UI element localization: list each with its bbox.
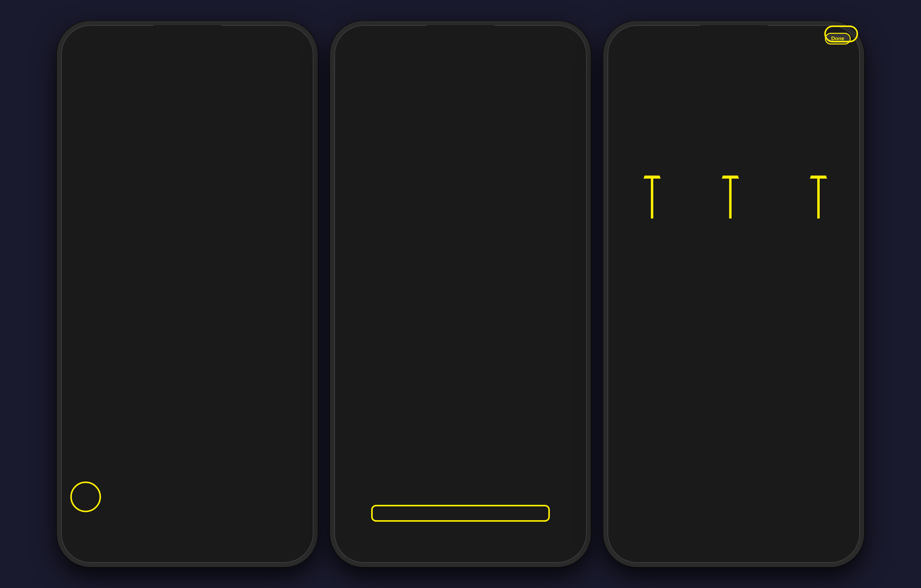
phone-dock-delete[interactable]: − — [473, 522, 480, 529]
appleframes-icon[interactable] — [82, 218, 109, 245]
safari-dock-delete[interactable]: − — [362, 522, 369, 529]
fantastical-icon[interactable]: FRI 13 — [82, 179, 109, 206]
p2-appleframes-icon[interactable] — [355, 218, 382, 245]
things-icon[interactable]: 3 — [82, 141, 109, 167]
p2-machash-icon[interactable]: # — [417, 179, 444, 206]
youtube-delete[interactable]: − — [521, 216, 528, 223]
slack-icon[interactable] — [204, 141, 231, 167]
app-item-slack[interactable]: Slack — [189, 141, 247, 174]
app-item-appleframes[interactable]: Apple Frames — [67, 218, 125, 251]
p2-firefox-icon[interactable] — [539, 141, 566, 167]
photos-delete[interactable]: − — [399, 99, 406, 107]
p2-app-things[interactable]: − 3 Things — [340, 141, 399, 174]
p2-app-youtube[interactable]: − YouTube — [523, 218, 581, 251]
app-item-appstore[interactable]: App Store — [67, 102, 125, 135]
dock-mail[interactable]: 16 — [148, 525, 172, 549]
fantastical-delete[interactable]: − — [337, 177, 345, 184]
app-item-whatsapp[interactable]: 1 WhatsApp — [128, 141, 186, 174]
page-thumb-3[interactable]: ✓ — [777, 59, 854, 198]
bbcnews-icon[interactable]: BBC NEWS — [204, 218, 231, 245]
page-thumb-1[interactable]: ✓ — [614, 59, 690, 198]
p2-safari-dock-icon[interactable] — [365, 525, 389, 549]
dock-phone[interactable] — [203, 525, 227, 549]
page-thumb-2[interactable]: ✓ — [695, 59, 772, 198]
messages-icon[interactable] — [265, 102, 292, 129]
p2-macrob-dock-icon[interactable]: 🤖 — [532, 525, 556, 549]
p2-app-whatsapp[interactable]: − 1 WhatsApp — [401, 141, 460, 174]
p2-app-firefox[interactable]: − Firefox — [523, 141, 581, 174]
music-widget[interactable]: 🎵 Music — [245, 42, 308, 99]
done-button[interactable]: Done — [555, 30, 578, 39]
p2-app-weather[interactable]: − ⛅ Weather — [523, 179, 581, 212]
p2-phone-dock-icon[interactable] — [476, 525, 500, 549]
p2-slack-icon[interactable] — [477, 141, 504, 167]
p2-app-gmail[interactable]: − Gmail — [462, 102, 521, 135]
page-thumb-4[interactable] — [614, 203, 690, 343]
p2-photos-icon[interactable] — [417, 102, 444, 129]
app-item-youtube[interactable]: YouTube — [250, 218, 308, 251]
whatsapp-delete[interactable]: − — [399, 138, 406, 145]
bbcsport-delete[interactable]: − — [399, 216, 406, 223]
p2-bbcnews-icon[interactable]: BBCNEWS — [477, 218, 504, 245]
firefox-icon[interactable] — [265, 141, 292, 167]
p2-whatsapp-icon[interactable]: 1 — [417, 141, 444, 167]
done-topright-btn[interactable]: Done — [825, 33, 851, 44]
page-thumb-5[interactable] — [695, 203, 772, 343]
p2-appstore-icon[interactable] — [355, 102, 382, 129]
twitter-icon[interactable] — [204, 179, 231, 206]
p2-app-messages[interactable]: − Messages — [523, 102, 581, 135]
p2-app-photos[interactable]: − Photos — [401, 102, 460, 135]
appstore-icon[interactable] — [82, 102, 109, 129]
page-thumb-6[interactable] — [777, 203, 854, 343]
podcasts-delete-btn[interactable]: − — [474, 172, 482, 179]
p2-dock-phone[interactable]: − — [476, 525, 500, 549]
phone2-music-widget[interactable]: − 🎵 Music — [515, 42, 581, 99]
appstore-delete[interactable]: − — [337, 99, 345, 107]
app-item-messages[interactable]: Messages — [250, 102, 308, 135]
p2-app-bbcsport[interactable]: − BBCSPORT BBC Sport — [401, 218, 460, 251]
p2-dock-safari[interactable]: − — [365, 525, 389, 549]
machash-icon[interactable]: # — [143, 179, 170, 206]
gmail-icon[interactable] — [204, 102, 231, 129]
p2-app-twitter[interactable]: − Twitter — [462, 179, 521, 212]
p2-app-appstore[interactable]: − App Store — [340, 102, 399, 135]
app-item-bbcsport[interactable]: BBC SPORT BBC Sport — [128, 218, 186, 251]
settings-delete-btn[interactable]: − — [469, 96, 476, 103]
gmail-delete[interactable]: − — [459, 99, 467, 107]
twitter-delete[interactable]: − — [459, 177, 467, 184]
machash-delete[interactable]: − — [399, 177, 406, 184]
p2-twitter-icon[interactable] — [477, 179, 504, 206]
safari-dock-icon[interactable] — [92, 525, 116, 549]
mail-dock-icon[interactable] — [148, 525, 172, 549]
app-item-firefox[interactable]: Firefox — [250, 141, 308, 174]
macrob-dock-icon[interactable]: 🤖 — [259, 525, 282, 549]
p2-fantastical-icon[interactable]: FRI13 — [355, 179, 382, 206]
phone2-fitness-widget[interactable]: − 129/440KCAL 2/30MIN 5/12HRS — [340, 42, 441, 99]
p2-youtube-icon[interactable] — [539, 218, 566, 245]
p2-mail-dock-icon[interactable] — [421, 525, 445, 549]
p2-app-slack[interactable]: − Slack — [462, 141, 521, 174]
mail-dock-delete[interactable]: − — [418, 522, 425, 529]
photos-icon[interactable] — [143, 102, 170, 129]
p2-weather-icon[interactable]: ⛅ — [539, 179, 566, 206]
p2-bbcsport-icon[interactable]: BBCSPORT — [417, 218, 444, 245]
youtube-icon[interactable] — [265, 218, 292, 245]
p2-messages-icon[interactable] — [539, 102, 566, 129]
p2-app-fantastical[interactable]: − FRI13 Fantastical — [340, 179, 399, 212]
messages-delete[interactable]: − — [521, 99, 528, 107]
app-item-fantastical[interactable]: FRI 13 Fantastical — [67, 179, 125, 212]
phone2-health-widget[interactable]: − Health & Fitness — [445, 42, 511, 99]
appleframes-delete[interactable]: − — [337, 216, 345, 223]
phone-dock-icon[interactable] — [203, 525, 227, 549]
app-item-twitter[interactable]: Twitter — [189, 179, 247, 212]
macrob-dock-delete[interactable]: − — [529, 522, 536, 529]
fitness-app-delete-btn[interactable]: − — [350, 98, 358, 106]
p2-app-appleframes[interactable]: − Apple Frames — [340, 218, 399, 251]
app-item-photos[interactable]: Photos — [128, 102, 186, 135]
p2-app-bbcnews[interactable]: − BBCNEWS BBC News — [462, 218, 521, 251]
p2-dock-macrob[interactable]: − 🤖 — [532, 525, 556, 549]
firefox-delete[interactable]: − — [521, 138, 528, 145]
p2-gmail-icon[interactable] — [477, 102, 504, 129]
bbcnews-delete[interactable]: − — [459, 216, 467, 223]
p2-app-machash[interactable]: − # MacHash — [401, 179, 460, 212]
